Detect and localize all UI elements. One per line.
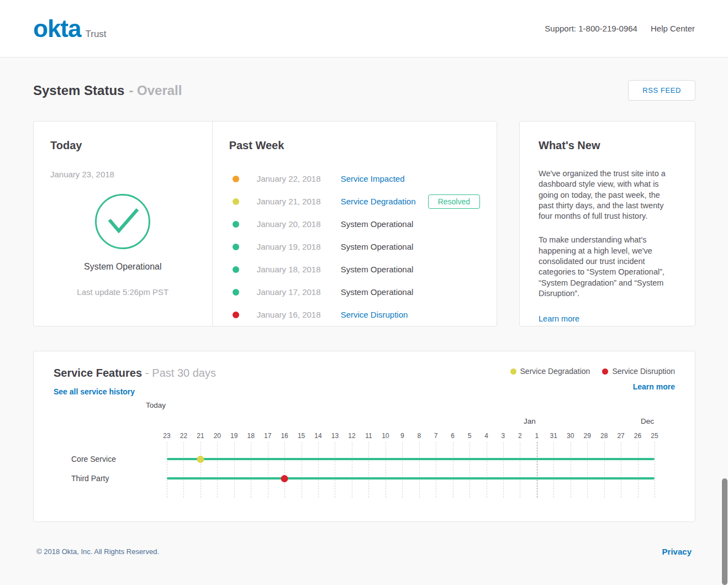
chart-day-label: 21 xyxy=(197,432,204,440)
service-features-card: Service Features- Past 30 days See all s… xyxy=(33,351,695,522)
past-week-row: January 19, 2018System Operational xyxy=(229,235,480,258)
whats-new-heading: What's New xyxy=(539,139,676,152)
chart-day-label: 22 xyxy=(180,432,187,440)
status-text: System Operational xyxy=(341,242,435,251)
past-week-heading: Past Week xyxy=(229,139,480,152)
past-week-date: January 16, 2018 xyxy=(257,310,341,319)
chart-day-label: 29 xyxy=(584,432,591,440)
header: okta Trust Support: 1-800-219-0964 Help … xyxy=(0,0,728,57)
past-week-row: January 17, 2018System Operational xyxy=(229,281,480,303)
chart-gridline xyxy=(553,442,554,498)
footer: © 2018 Okta, Inc. All Rights Reserved. P… xyxy=(0,535,728,568)
chart-gridline xyxy=(655,442,655,498)
page-subtitle: - Overall xyxy=(129,83,182,98)
chart-gridline xyxy=(621,442,621,498)
chart-day-label: 1 xyxy=(535,432,539,440)
incident-status-link[interactable]: Service Degradation xyxy=(341,197,435,206)
chart-row-label: Third Party xyxy=(71,474,109,483)
service-features-title: Service Features xyxy=(54,367,142,379)
chart-gridline xyxy=(251,442,251,498)
chart-legend: Service DegradationService Disruption xyxy=(510,367,675,376)
timeline-row-line xyxy=(167,458,655,460)
today-section: Today January 23, 2018 System Operationa… xyxy=(34,122,213,326)
whats-new-paragraph-2: To make understanding what's happening a… xyxy=(539,235,676,299)
chart-gridline xyxy=(268,442,268,498)
legend-dot-icon xyxy=(602,368,608,375)
chart-day-label: 7 xyxy=(434,432,438,440)
chart-day-label: 3 xyxy=(502,432,505,440)
okta-logo[interactable]: okta Trust xyxy=(33,17,107,41)
scrollbar-thumb[interactable] xyxy=(722,478,727,585)
today-last-update: Last update 5:26pm PST xyxy=(50,287,196,297)
chart-day-label: 15 xyxy=(298,432,305,440)
chart-gridline xyxy=(302,442,302,498)
past-week-section: Past Week January 22, 2018Service Impact… xyxy=(213,122,497,326)
status-dot-icon xyxy=(233,176,239,182)
chart-gridline xyxy=(469,442,470,498)
legend-dot-icon xyxy=(510,368,516,375)
past-week-row: January 22, 2018Service Impacted xyxy=(229,167,480,190)
chart-gridline xyxy=(638,442,639,498)
privacy-link[interactable]: Privacy xyxy=(662,547,692,556)
chart-gridline xyxy=(167,442,167,498)
timeline-row-line xyxy=(167,477,655,479)
chart-day-label: 2 xyxy=(518,432,522,440)
past-week-date: January 18, 2018 xyxy=(257,265,341,274)
trust-label: Trust xyxy=(85,29,106,40)
whats-new-paragraph-1: We've organized the trust site into a da… xyxy=(539,168,676,222)
legend-label: Service Disruption xyxy=(612,367,675,376)
rss-feed-button[interactable]: RSS FEED xyxy=(628,80,695,101)
copyright-text: © 2018 Okta, Inc. All Rights Reserved. xyxy=(36,547,159,556)
chart-day-label: 14 xyxy=(314,432,321,440)
chart-gridline xyxy=(352,442,352,498)
chart-gridline xyxy=(604,442,605,498)
chart-day-label: 5 xyxy=(468,432,472,440)
service-timeline-chart: TodayJanDec23222120191817161514131211109… xyxy=(54,401,675,503)
chart-month-label: Jan xyxy=(524,417,536,425)
help-center-link[interactable]: Help Center xyxy=(651,24,695,33)
chart-day-label: 11 xyxy=(365,432,372,440)
chart-gridline xyxy=(587,442,588,498)
chart-day-label: 9 xyxy=(400,432,404,440)
chart-gridline xyxy=(284,442,285,498)
past-week-date: January 21, 2018 xyxy=(257,197,341,206)
status-card: Today January 23, 2018 System Operationa… xyxy=(33,121,497,326)
page-title-group: System Status- Overall xyxy=(33,83,182,98)
past-week-row: January 18, 2018System Operational xyxy=(229,258,480,281)
past-week-date: January 22, 2018 xyxy=(257,174,341,183)
service-features-subtitle: - Past 30 days xyxy=(145,367,216,379)
incident-status-link[interactable]: Service Disruption xyxy=(341,310,435,319)
chart-day-label: 6 xyxy=(451,432,455,440)
chart-day-label: 18 xyxy=(247,432,255,440)
chart-gridline xyxy=(520,442,520,498)
chart-month-label: Dec xyxy=(641,417,654,425)
chart-day-label: 20 xyxy=(214,432,221,440)
chart-gridline xyxy=(402,442,403,498)
chart-day-label: 16 xyxy=(281,432,288,440)
chart-month-boundary-gridline xyxy=(537,442,537,498)
chart-gridline xyxy=(386,442,386,498)
status-dot-icon xyxy=(233,312,239,318)
incident-dot[interactable] xyxy=(281,475,288,482)
status-text: System Operational xyxy=(341,265,435,274)
chart-gridline xyxy=(453,442,453,498)
chart-day-label: 31 xyxy=(550,432,557,440)
chart-gridline xyxy=(487,442,487,498)
chart-gridline xyxy=(419,442,420,498)
past-week-row: January 16, 2018Service Disruption xyxy=(229,303,480,326)
past-week-row: January 20, 2018System Operational xyxy=(229,213,480,235)
see-all-service-history-link[interactable]: See all service history xyxy=(54,387,135,396)
whats-new-learn-more-link[interactable]: Learn more xyxy=(539,314,579,323)
chart-gridline xyxy=(368,442,369,498)
chart-day-label: 10 xyxy=(382,432,389,440)
chart-row-label: Core Service xyxy=(71,455,116,463)
incident-status-link[interactable]: Service Impacted xyxy=(341,174,435,183)
status-text: System Operational xyxy=(341,287,435,297)
chart-day-label: 17 xyxy=(264,432,271,440)
chart-day-label: 27 xyxy=(617,432,624,440)
status-text: System Operational xyxy=(341,219,435,229)
incident-dot[interactable] xyxy=(197,456,204,463)
chart-day-label: 25 xyxy=(651,432,658,440)
status-dot-icon xyxy=(233,221,239,228)
service-features-learn-more-link[interactable]: Learn more xyxy=(633,382,675,391)
